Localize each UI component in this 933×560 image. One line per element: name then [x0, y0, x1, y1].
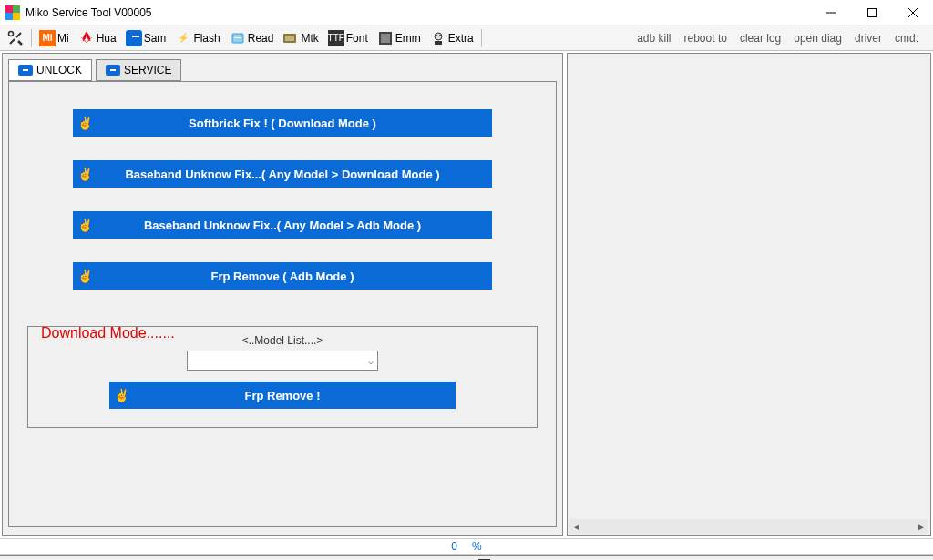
- close-icon: [908, 8, 918, 17]
- huawei-icon: [78, 30, 95, 46]
- samsung-icon: [126, 30, 142, 46]
- toolbar-extra[interactable]: Extra: [426, 28, 477, 48]
- link-driver[interactable]: driver: [855, 32, 882, 45]
- toolbar-read-label: Read: [248, 32, 274, 45]
- frp-remove-label: Frp Remove !: [133, 389, 456, 402]
- maximize-icon: [867, 8, 877, 17]
- progress-row: 0 %: [0, 538, 933, 555]
- toolbar-font-label: Font: [346, 32, 368, 45]
- chevron-down-icon: ⌵: [368, 356, 374, 366]
- download-mode-title: Download Mode.......: [37, 325, 179, 341]
- tools-icon: [7, 30, 24, 46]
- horizontal-scrollbar[interactable]: ◄ ►: [569, 519, 928, 534]
- extra-icon: [430, 30, 446, 46]
- svg-point-18: [439, 35, 441, 36]
- link-reboot-to[interactable]: reboot to: [684, 32, 727, 45]
- toolbar-emm-label: Emm: [395, 32, 421, 45]
- svg-rect-19: [435, 41, 442, 45]
- svg-rect-10: [234, 36, 241, 36]
- softbrick-fix-button[interactable]: ✌ Softbrick Fix ! ( Download Mode ): [73, 109, 492, 137]
- toolbar-mtk[interactable]: Mtk: [279, 28, 322, 48]
- link-adb-kill[interactable]: adb kill: [637, 32, 671, 45]
- content-box: ✌ Softbrick Fix ! ( Download Mode ) ✌ Ba…: [8, 81, 557, 527]
- toolbar-flash-label: Flash: [193, 32, 220, 45]
- toolbar-read[interactable]: Read: [226, 28, 278, 48]
- svg-rect-1: [13, 5, 20, 13]
- hand-icon: ✌: [109, 388, 133, 402]
- baseband-dl-label: Baseband Unknow Fix...( Any Model > Down…: [97, 168, 492, 181]
- toolbar-mi-label: Mi: [57, 32, 69, 45]
- log-panel: ◄ ►: [567, 53, 931, 536]
- svg-point-8: [9, 31, 14, 36]
- svg-rect-0: [5, 5, 13, 13]
- app-icon: [5, 5, 20, 20]
- close-button[interactable]: [892, 0, 933, 25]
- hand-icon: ✌: [73, 109, 97, 137]
- toolbar-font[interactable]: TTF Font: [324, 28, 372, 48]
- flash-icon: ⚡: [175, 30, 191, 46]
- tabs-row: UNLOCK SERVICE: [3, 54, 562, 81]
- scroll-right-icon[interactable]: ►: [914, 519, 928, 534]
- frp-adb-label: Frp Remove ( Adb Mode ): [97, 270, 492, 283]
- scroll-left-icon[interactable]: ◄: [569, 519, 584, 534]
- toolbar-mtk-label: Mtk: [301, 32, 318, 45]
- hand-icon: ✌: [73, 211, 97, 239]
- samsung-tab-icon: [18, 65, 33, 76]
- hand-icon: ✌: [73, 160, 97, 188]
- toolbar-emm[interactable]: Emm: [374, 28, 425, 48]
- frp-adb-button[interactable]: ✌ Frp Remove ( Adb Mode ): [73, 262, 492, 290]
- samsung-tab-icon: [106, 65, 120, 76]
- tab-service[interactable]: SERVICE: [96, 59, 181, 81]
- frp-remove-button[interactable]: ✌ Frp Remove !: [109, 382, 456, 409]
- svg-rect-3: [13, 13, 20, 20]
- window-title: Miko Service Tool V00005: [26, 6, 810, 19]
- link-open-diag[interactable]: open diag: [794, 32, 842, 45]
- window-controls: [810, 0, 933, 25]
- main-area: UNLOCK SERVICE ✌ Softbrick Fix ! ( Downl…: [0, 51, 933, 538]
- maximize-button[interactable]: [851, 0, 892, 25]
- toolbar-extra-label: Extra: [448, 32, 474, 45]
- statusbar: DEVICE MANAGER EDL PORT : OFFLINE CPU : …: [0, 555, 933, 560]
- tab-unlock-label: UNLOCK: [36, 64, 82, 76]
- counter-a: 0: [451, 540, 457, 553]
- minimize-icon: [826, 8, 836, 17]
- toolbar-flash[interactable]: ⚡ Flash: [171, 28, 223, 48]
- baseband-download-button[interactable]: ✌ Baseband Unknow Fix...( Any Model > Do…: [73, 160, 492, 188]
- svg-rect-2: [5, 13, 13, 20]
- svg-point-17: [436, 35, 437, 36]
- model-select[interactable]: ⌵: [187, 351, 378, 371]
- minimize-button[interactable]: [810, 0, 851, 25]
- svg-rect-11: [234, 37, 241, 38]
- titlebar: Miko Service Tool V00005: [0, 0, 933, 25]
- link-clear-log[interactable]: clear log: [740, 32, 781, 45]
- toolbar-sam-label: Sam: [144, 32, 167, 45]
- svg-rect-13: [285, 36, 294, 41]
- tab-service-label: SERVICE: [124, 64, 171, 76]
- download-mode-box: Download Mode....... <..Model List....> …: [27, 326, 538, 428]
- tab-unlock[interactable]: UNLOCK: [8, 59, 92, 81]
- read-icon: [230, 30, 246, 46]
- hand-icon: ✌: [73, 262, 97, 290]
- svg-point-16: [435, 33, 442, 40]
- softbrick-label: Softbrick Fix ! ( Download Mode ): [97, 117, 492, 130]
- toolbar-tools[interactable]: [4, 28, 27, 48]
- baseband-adb-button[interactable]: ✌ Baseband Unknow Fix..( Any Model > Adb…: [73, 211, 492, 239]
- toolbar-hua[interactable]: Hua: [75, 28, 120, 48]
- left-panel: UNLOCK SERVICE ✌ Softbrick Fix ! ( Downl…: [2, 53, 563, 536]
- toolbar-hua-label: Hua: [97, 32, 117, 45]
- mtk-icon: [282, 30, 299, 46]
- toolbar-mi[interactable]: MI Mi: [36, 28, 73, 48]
- svg-rect-15: [381, 34, 390, 43]
- font-icon: TTF: [328, 30, 344, 46]
- baseband-adb-label: Baseband Unknow Fix..( Any Model > Adb M…: [97, 219, 492, 232]
- toolbar-sam[interactable]: Sam: [122, 28, 170, 48]
- main-toolbar: MI Mi Hua Sam ⚡ Flash Read Mtk: [0, 25, 933, 51]
- toolbar-right-links: adb kill reboot to clear log open diag d…: [637, 32, 929, 45]
- mi-icon: MI: [39, 30, 56, 46]
- svg-rect-5: [867, 8, 876, 16]
- link-cmd[interactable]: cmd:: [895, 32, 918, 45]
- emm-icon: [377, 30, 394, 46]
- counter-b: %: [472, 540, 482, 553]
